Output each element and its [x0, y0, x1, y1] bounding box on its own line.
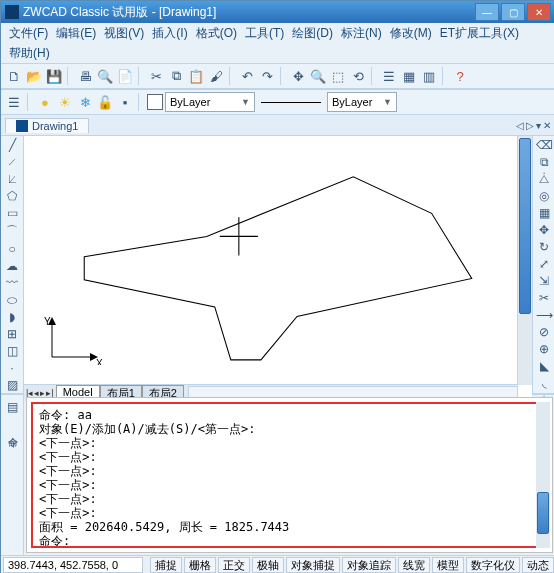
properties-icon[interactable]: ☰ — [380, 67, 398, 85]
spline-icon[interactable]: 〰 — [4, 276, 20, 290]
preview-icon[interactable]: 🔍 — [96, 67, 114, 85]
dyn-button[interactable]: 动态 — [522, 557, 554, 573]
layer-state2-icon[interactable]: ☀ — [56, 93, 74, 111]
color-swatch[interactable] — [147, 94, 163, 110]
coordinate-readout[interactable]: 398.7443, 452.7558, 0 — [3, 557, 143, 573]
undo-icon[interactable]: ↶ — [238, 67, 256, 85]
paste-icon[interactable]: 📋 — [187, 67, 205, 85]
ellipsearc-icon[interactable]: ◗ — [4, 310, 20, 324]
help-icon[interactable]: ? — [451, 67, 469, 85]
zoom-icon[interactable]: 🔍 — [309, 67, 327, 85]
save-icon[interactable]: 💾 — [45, 67, 63, 85]
match-icon[interactable]: 🖌 — [207, 67, 225, 85]
grid-button[interactable]: 栅格 — [184, 557, 216, 573]
tab-next-icon[interactable]: ▷ — [526, 120, 534, 131]
circle-icon[interactable]: ○ — [4, 242, 20, 256]
close-button[interactable]: ✕ — [527, 3, 551, 21]
revcloud-icon[interactable]: ☁ — [4, 259, 20, 273]
canvas-vscrollbar[interactable] — [517, 136, 532, 385]
document-tab[interactable]: Drawing1 — [5, 118, 89, 133]
line-icon[interactable]: ╱ — [4, 138, 20, 152]
osnap-button[interactable]: 对象捕捉 — [286, 557, 340, 573]
insert-icon[interactable]: ⊞ — [4, 327, 20, 341]
publish-icon[interactable]: 📄 — [116, 67, 134, 85]
pan-icon[interactable]: ✥ — [289, 67, 307, 85]
fillet-icon[interactable]: ◟ — [536, 376, 552, 390]
stretch-icon[interactable]: ⇲ — [536, 274, 552, 288]
hatch-icon[interactable]: ▨ — [4, 378, 20, 392]
menu-modify[interactable]: 修改(M) — [386, 23, 436, 44]
trim-icon[interactable]: ✂ — [536, 291, 552, 305]
break-icon[interactable]: ⊘ — [536, 325, 552, 339]
offset-icon[interactable]: ◎ — [536, 189, 552, 203]
menu-file[interactable]: 文件(F) — [5, 23, 52, 44]
layer-state4-icon[interactable]: 🔓 — [96, 93, 114, 111]
menu-tools[interactable]: 工具(T) — [241, 23, 288, 44]
drawing-canvas[interactable]: X Y |◂ ◂ ▸ ▸| Model 布局1 布局2 — [24, 136, 532, 401]
app-icon — [5, 5, 19, 19]
tab-close-icon[interactable]: ✕ — [543, 120, 551, 131]
linetype-combo[interactable]: ByLayer ▼ — [327, 92, 397, 112]
tool-palette-icon[interactable]: ▥ — [420, 67, 438, 85]
command-left-tools: ▤ 命令 — [1, 395, 24, 555]
menu-format[interactable]: 格式(O) — [192, 23, 241, 44]
redo-icon[interactable]: ↷ — [258, 67, 276, 85]
calc-icon[interactable]: ▤ — [4, 399, 20, 415]
design-center-icon[interactable]: ▦ — [400, 67, 418, 85]
copy-obj-icon[interactable]: ⧉ — [536, 155, 552, 169]
command-body: 命令: aa 对象(E)/添加(A)/减去(S)/<第一点>: <下一点>: <… — [26, 397, 553, 553]
mirror-icon[interactable]: ⧊ — [536, 172, 552, 186]
layer-combo[interactable]: ByLayer ▼ — [165, 92, 255, 112]
layer-state1-icon[interactable]: ● — [36, 93, 54, 111]
join-icon[interactable]: ⊕ — [536, 342, 552, 356]
zoomprev-icon[interactable]: ⟲ — [349, 67, 367, 85]
arc-icon[interactable]: ⌒ — [4, 223, 20, 239]
layer-manager-icon[interactable]: ☰ — [5, 93, 23, 111]
scale-icon[interactable]: ⤢ — [536, 257, 552, 271]
menu-dim[interactable]: 标注(N) — [337, 23, 386, 44]
command-vscrollbar[interactable] — [536, 402, 550, 548]
print-icon[interactable]: 🖶 — [76, 67, 94, 85]
cut-icon[interactable]: ✂ — [147, 67, 165, 85]
menu-help[interactable]: 帮助(H) — [5, 43, 54, 64]
minimize-button[interactable]: — — [475, 3, 499, 21]
copy-icon[interactable]: ⧉ — [167, 67, 185, 85]
zoomwin-icon[interactable]: ⬚ — [329, 67, 347, 85]
right-toolbar: ⌫ ⧉ ⧊ ◎ ▦ ✥ ↻ ⤢ ⇲ ✂ ⟶ ⊘ ⊕ ◣ ◟ ✶ — [532, 136, 554, 393]
open-icon[interactable]: 📂 — [25, 67, 43, 85]
array-icon[interactable]: ▦ — [536, 206, 552, 220]
maximize-button[interactable]: ▢ — [501, 3, 525, 21]
menu-et[interactable]: ET扩展工具(X) — [436, 23, 523, 44]
polyline-icon[interactable]: ⟀ — [4, 172, 20, 186]
tab-menu-icon[interactable]: ▾ — [536, 120, 541, 131]
menu-draw[interactable]: 绘图(D) — [288, 23, 337, 44]
layer-state3-icon[interactable]: ❄ — [76, 93, 94, 111]
tab-prev-icon[interactable]: ◁ — [516, 120, 524, 131]
digitizer-button[interactable]: 数字化仪 — [466, 557, 520, 573]
model-button[interactable]: 模型 — [432, 557, 464, 573]
document-tab-label: Drawing1 — [32, 120, 78, 132]
menu-edit[interactable]: 编辑(E) — [52, 23, 100, 44]
command-history[interactable]: 命令: aa 对象(E)/添加(A)/减去(S)/<第一点>: <下一点>: <… — [31, 402, 548, 548]
snap-button[interactable]: 捕捉 — [150, 557, 182, 573]
block-icon[interactable]: ◫ — [4, 344, 20, 358]
ellipse-icon[interactable]: ⬭ — [4, 293, 20, 307]
point-icon[interactable]: · — [4, 361, 20, 375]
move-icon[interactable]: ✥ — [536, 223, 552, 237]
erase-icon[interactable]: ⌫ — [536, 138, 552, 152]
menu-insert[interactable]: 插入(I) — [148, 23, 191, 44]
new-icon[interactable]: 🗋 — [5, 67, 23, 85]
menu-view[interactable]: 视图(V) — [100, 23, 148, 44]
cmd-opt-icon[interactable]: 命令 — [4, 421, 20, 437]
polar-button[interactable]: 极轴 — [252, 557, 284, 573]
rectangle-icon[interactable]: ▭ — [4, 206, 20, 220]
layer-state5-icon[interactable]: ▪ — [116, 93, 134, 111]
ortho-button[interactable]: 正交 — [218, 557, 250, 573]
lweight-button[interactable]: 线宽 — [398, 557, 430, 573]
extend-icon[interactable]: ⟶ — [536, 308, 552, 322]
rotate-icon[interactable]: ↻ — [536, 240, 552, 254]
polygon-icon[interactable]: ⬠ — [4, 189, 20, 203]
chamfer-icon[interactable]: ◣ — [536, 359, 552, 373]
xline-icon[interactable]: ⟋ — [4, 155, 20, 169]
otrack-button[interactable]: 对象追踪 — [342, 557, 396, 573]
